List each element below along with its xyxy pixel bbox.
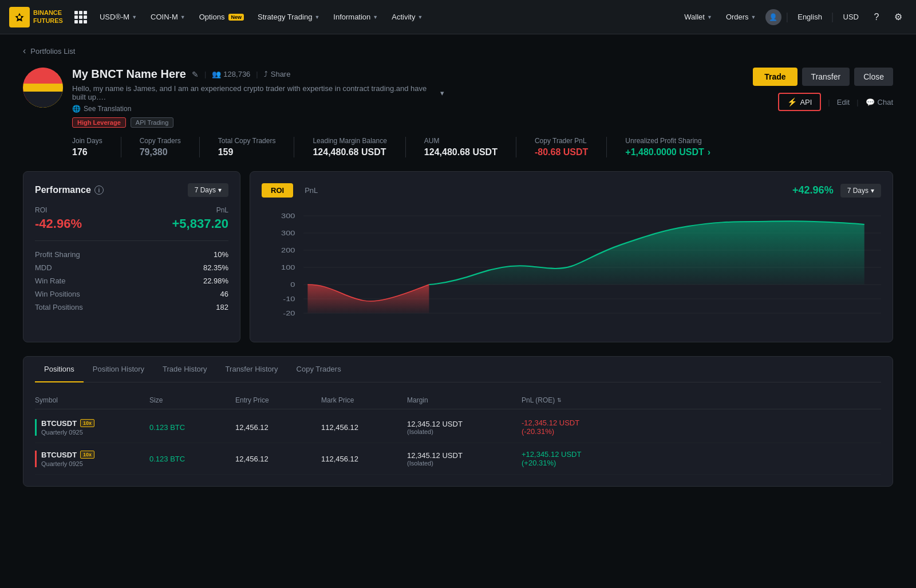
col-mark-price: Mark Price: [321, 396, 407, 404]
svg-text:300: 300: [281, 213, 295, 219]
expand-desc-icon[interactable]: ▾: [440, 89, 444, 97]
nav-options[interactable]: Options New: [194, 0, 250, 34]
binance-logo-icon: [9, 7, 30, 27]
stat-copy-traders: Copy Traders 79,380: [140, 137, 200, 157]
logo-line1: BINANCE: [33, 9, 63, 17]
size-cell-1: 0.123 BTC: [149, 423, 235, 432]
performance-info-icon[interactable]: i: [94, 186, 104, 195]
chart-card: ROI PnL +42.96% 7 Days ▾ 300: [250, 171, 893, 342]
high-leverage-tag: High Leverage: [72, 117, 126, 128]
chart-period-button[interactable]: 7 Days ▾: [840, 184, 881, 198]
nav-right-section: Wallet ▼ Orders ▼ 👤 | English | USD ? ⚙: [680, 9, 907, 26]
leverage-badge: 10x: [80, 419, 94, 427]
col-margin: Margin: [407, 396, 522, 404]
trade-button[interactable]: Trade: [753, 68, 797, 86]
stats-row: Join Days 176 Copy Traders 79,380 Total …: [72, 137, 753, 157]
back-arrow-icon[interactable]: ‹: [23, 46, 26, 56]
nav-activity[interactable]: Activity ▼: [386, 0, 428, 34]
wallet-chevron: ▼: [707, 14, 712, 20]
col-entry-price: Entry Price: [235, 396, 321, 404]
profile-description: Hello, my name is James, and I am an exp…: [72, 84, 444, 101]
detail-mdd: MDD 82.35%: [35, 263, 228, 272]
logo-line2: FUTURES: [33, 17, 63, 25]
avatar: [23, 68, 63, 108]
stat-total-copy-traders: Total Copy Traders 159: [218, 137, 295, 157]
performance-details: Profit Sharing 10% MDD 82.35% Win Rate 2…: [35, 250, 228, 311]
symbol-cell-1: BTCUSDT 10x Quarterly 0925: [35, 419, 149, 436]
chart-header: ROI PnL +42.96% 7 Days ▾: [262, 183, 881, 198]
transfer-button[interactable]: Transfer: [802, 68, 850, 86]
chart-roi-value: +42.96%: [792, 184, 834, 196]
margin-cell-2: 12,345.12 USDT (Isolated): [407, 451, 522, 467]
period-chevron-icon: ▾: [218, 186, 222, 194]
edit-pencil-icon: ✎: [192, 70, 199, 79]
performance-metrics: ROI -42.96% PnL +5,837.20: [35, 206, 228, 241]
table-header: Symbol Size Entry Price Mark Price Margi…: [35, 392, 881, 409]
strategy-chevron: ▼: [314, 14, 319, 20]
nav-language[interactable]: English: [793, 13, 827, 21]
svg-text:200: 200: [281, 247, 295, 254]
entry-price-cell-2: 12,456.12: [235, 455, 321, 463]
col-pnl[interactable]: PnL (ROE) ⇅: [522, 396, 881, 404]
edit-button[interactable]: Edit: [837, 98, 850, 106]
stat-join-days: Join Days 176: [72, 137, 121, 157]
portfolios-list-link[interactable]: Portfolios List: [30, 47, 75, 56]
sort-icon: ⇅: [557, 397, 562, 403]
pnl-cell-2: +12,345.12 USDT (+20.31%): [522, 450, 881, 467]
profile-name-row: My BNCT Name Here ✎ | 👥 128,736 | ⤴ Shar…: [72, 68, 753, 81]
detail-total-positions: Total Positions 182: [35, 303, 228, 311]
col-size: Size: [149, 396, 235, 404]
profile-actions: Trade Transfer Close ⚡ API | Edit | 💬 Ch…: [753, 68, 893, 111]
logo[interactable]: BINANCE FUTURES: [9, 7, 63, 27]
svg-text:100: 100: [281, 265, 295, 271]
api-button[interactable]: ⚡ API: [778, 93, 821, 111]
api-trading-tag: API Trading: [131, 117, 173, 128]
share-button[interactable]: ⤴ Share: [264, 70, 291, 78]
size-cell-2: 0.123 BTC: [149, 455, 235, 463]
nav-information[interactable]: Information ▼: [327, 0, 384, 34]
svg-text:0: 0: [290, 282, 295, 288]
table-row: BTCUSDT 10x Quarterly 0925 0.123 BTC 12,…: [35, 443, 881, 475]
performance-period-button[interactable]: 7 Days ▾: [188, 183, 228, 197]
help-icon[interactable]: ?: [868, 9, 885, 26]
tab-copy-traders[interactable]: Copy Traders: [287, 357, 350, 382]
see-translation-button[interactable]: 🌐 See Translation: [72, 105, 753, 113]
user-avatar[interactable]: 👤: [765, 9, 781, 25]
settings-icon[interactable]: ⚙: [890, 9, 907, 26]
tab-transfer-history[interactable]: Transfer History: [216, 357, 287, 382]
performance-charts-row: Performance i 7 Days ▾ ROI -42.96% PnL +…: [23, 171, 893, 342]
symbol-cell-2: BTCUSDT 10x Quarterly 0925: [35, 451, 149, 467]
nav-orders[interactable]: Orders ▼: [721, 13, 761, 21]
tab-position-history[interactable]: Position History: [84, 357, 153, 382]
svg-text:300: 300: [281, 230, 295, 236]
nav-usd-m[interactable]: USD®-M ▼: [94, 0, 143, 34]
chat-icon: 💬: [866, 98, 875, 106]
nav-wallet[interactable]: Wallet ▼: [680, 13, 717, 21]
translation-icon: 🌐: [72, 105, 81, 113]
stat-copy-pnl: Copy Trader PnL -80.68 USDT: [535, 137, 607, 157]
tab-positions[interactable]: Positions: [35, 357, 84, 382]
svg-text:-10: -10: [283, 296, 295, 302]
follower-count: 👥 128,736: [212, 70, 250, 78]
nav-coin-m[interactable]: COIN-M ▼: [145, 0, 191, 34]
apps-grid-icon[interactable]: [74, 11, 87, 23]
stat-aum: AUM 124,480.68 USDT: [424, 137, 516, 157]
tab-trade-history[interactable]: Trade History: [153, 357, 216, 382]
performance-title: Performance i: [35, 185, 104, 195]
nav-strategy-trading[interactable]: Strategy Trading ▼: [252, 0, 325, 34]
mark-price-cell-1: 112,456.12: [321, 423, 407, 432]
close-button[interactable]: Close: [854, 68, 893, 86]
orders-chevron: ▼: [751, 14, 756, 20]
pnl-metric: PnL +5,837.20: [172, 206, 228, 231]
chart-tabs: ROI PnL: [262, 183, 327, 198]
nav-currency[interactable]: USD: [839, 13, 863, 21]
secondary-action-buttons: ⚡ API | Edit | 💬 Chat: [778, 93, 893, 111]
main-content: ‹ Portfolios List My BNCT Name Here ✎ | …: [0, 34, 916, 498]
stat-leading-margin: Leading Margin Balance 124,480.68 USDT: [313, 137, 405, 157]
chat-button[interactable]: 💬 Chat: [866, 98, 893, 106]
pnl-tab[interactable]: PnL: [295, 183, 327, 198]
roi-tab[interactable]: ROI: [262, 183, 293, 198]
performance-card: Performance i 7 Days ▾ ROI -42.96% PnL +…: [23, 171, 240, 342]
margin-cell-1: 12,345.12 USDT (Isolated): [407, 420, 522, 435]
activity-chevron: ▼: [417, 14, 423, 20]
